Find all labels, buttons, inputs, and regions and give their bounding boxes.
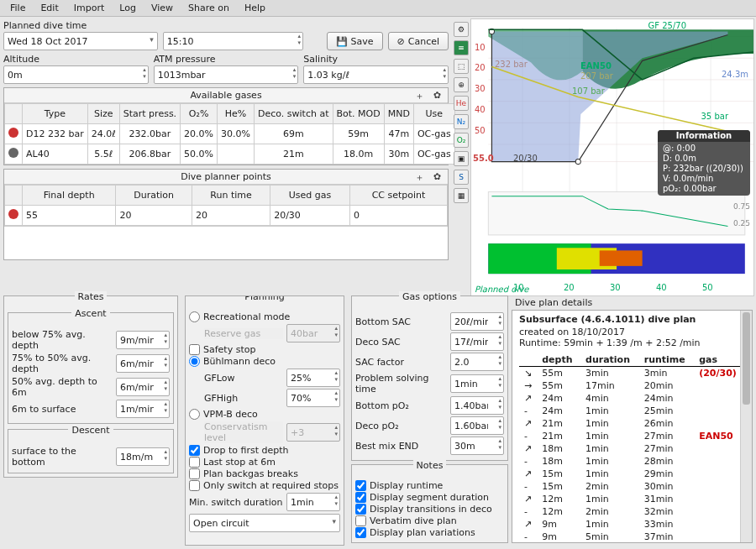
tool-settings[interactable]: ⚙: [454, 22, 469, 37]
bottom-po2-input[interactable]: [450, 396, 504, 415]
rates-group: Rates Ascent below 75% avg. depth 75% to…: [3, 295, 178, 478]
bar35-label: 35 bar: [701, 112, 729, 121]
tool-he[interactable]: He: [454, 96, 469, 111]
points-add-icon[interactable]: ＋: [415, 171, 424, 184]
points-row-0[interactable]: 55 20 20 20/30 0: [5, 206, 448, 226]
tool-s[interactable]: S: [454, 170, 469, 185]
save-icon: 💾: [336, 36, 348, 47]
last-stop-6m-checkbox[interactable]: [189, 457, 200, 468]
date-input[interactable]: [3, 32, 158, 50]
circuit-select[interactable]: [189, 514, 340, 532]
reserve-gas-input: [286, 324, 340, 342]
dive-plan-details[interactable]: Subsurface (4.6.4.1011) dive plan create…: [512, 310, 753, 543]
sac-factor-input[interactable]: [450, 353, 504, 371]
tool-scale[interactable]: ⊕: [454, 77, 469, 92]
gas-col-start[interactable]: Start press.: [119, 104, 180, 124]
gas-col-o2[interactable]: O₂%: [181, 104, 218, 124]
gas-row-0[interactable]: D12 232 bar 24.0ℓ 232.0bar 20.0% 30.0% 6…: [5, 124, 455, 144]
rate-surf-bottom-input[interactable]: [116, 447, 170, 466]
dive-profile-chart[interactable]: 10 20 30 40 50 55.0 10 20 30 40 50 GF 25…: [470, 18, 754, 296]
sac-factor-label: SAC factor: [355, 357, 447, 368]
tool-ruler[interactable]: ⬚: [454, 59, 469, 74]
gas-col-type[interactable]: Type: [23, 104, 88, 124]
menu-edit[interactable]: Edit: [34, 1, 65, 15]
deco-po2-input[interactable]: [450, 416, 504, 435]
gas-col-mod[interactable]: Bot. MOD: [333, 104, 384, 124]
notes-group: Notes Display runtime Display segment du…: [351, 464, 508, 543]
menu-log[interactable]: Log: [113, 1, 143, 15]
gfhigh-label: GFHigh: [204, 393, 283, 404]
recreational-radio[interactable]: [189, 311, 200, 322]
only-switch-checkbox[interactable]: [189, 480, 200, 491]
plan-row: -18m1min28min: [519, 455, 745, 468]
bottom-sac-input[interactable]: [450, 312, 504, 331]
buhlmann-radio[interactable]: [189, 356, 200, 367]
menu-import[interactable]: Import: [67, 1, 112, 15]
gas-col-mnd[interactable]: MND: [384, 104, 413, 124]
details-scrollbar[interactable]: [740, 311, 752, 542]
points-col-cc[interactable]: CC setpoint: [349, 186, 447, 206]
best-mix-end-input[interactable]: [450, 437, 504, 455]
gas-col-icon[interactable]: [5, 104, 23, 124]
tool-n2[interactable]: N₂: [454, 114, 469, 129]
points-gear-icon[interactable]: ✿: [433, 171, 441, 182]
gases-add-icon[interactable]: ＋: [415, 90, 424, 102]
gflow-input[interactable]: [286, 369, 340, 387]
safety-stop-checkbox[interactable]: [189, 344, 200, 355]
rate-below75-input[interactable]: [116, 331, 170, 349]
rate-75to50-input[interactable]: [116, 354, 170, 373]
ytick: 40: [475, 105, 486, 114]
plan-backgas-checkbox[interactable]: [189, 468, 200, 479]
descent-title: Descent: [68, 425, 113, 436]
plan-heading: Subsurface (4.6.4.1011) dive plan: [519, 314, 745, 325]
cancel-button[interactable]: ⊘Cancel: [388, 32, 449, 50]
ean-label: EAN50: [580, 61, 612, 71]
gas-col-switch[interactable]: Deco. switch at: [255, 104, 333, 124]
salinity-input[interactable]: [303, 65, 449, 84]
tool-heatmap[interactable]: ▦: [454, 188, 469, 203]
cylinder-icon: [8, 128, 18, 138]
points-col-gas[interactable]: Used gas: [270, 186, 350, 206]
altitude-input[interactable]: [3, 65, 149, 84]
points-col-dur[interactable]: Duration: [116, 186, 192, 206]
menu-help[interactable]: Help: [238, 1, 272, 15]
gas-col-he[interactable]: He%: [218, 104, 255, 124]
menu-view[interactable]: View: [144, 1, 180, 15]
dive-planner-points-panel: Dive planner points ＋ ✿ Final depth Dura…: [3, 169, 449, 260]
min-switch-input[interactable]: [286, 493, 340, 511]
points-col-run[interactable]: Run time: [192, 186, 270, 206]
verbatim-plan-checkbox[interactable]: [355, 515, 366, 526]
min-switch-label: Min. switch duration: [189, 497, 283, 508]
tool-o2[interactable]: O₂: [454, 133, 469, 148]
display-variations-checkbox[interactable]: [355, 527, 366, 538]
tool-profile[interactable]: ≡: [454, 40, 469, 55]
tool-photo[interactable]: ▣: [454, 151, 469, 166]
gflow-label: GFLow: [204, 373, 283, 384]
deco-sac-input[interactable]: [450, 332, 504, 351]
atm-input[interactable]: [154, 65, 299, 84]
display-segment-checkbox[interactable]: [355, 492, 366, 503]
menu-file[interactable]: File: [3, 1, 32, 15]
gfhigh-input[interactable]: [286, 389, 340, 407]
problem-solving-input[interactable]: [450, 374, 504, 393]
points-col-depth[interactable]: Final depth: [23, 186, 116, 206]
bottom-sac-label: Bottom SAC: [355, 316, 447, 327]
ytick: 20: [475, 63, 486, 72]
save-button[interactable]: 💾Save: [327, 32, 383, 50]
drop-first-depth-checkbox[interactable]: [189, 445, 200, 456]
plan-row: ↘55m3min3min(20/30): [519, 367, 745, 380]
time-input[interactable]: [163, 32, 303, 50]
svg-rect-15: [488, 192, 744, 235]
gas-col-use[interactable]: Use: [413, 104, 454, 124]
menu-share[interactable]: Share on: [181, 1, 236, 15]
plan-row: ↗12m1min31min: [519, 493, 745, 505]
gas-row-1[interactable]: AL40 5.5ℓ 206.8bar 50.0% 21m 18.0m 30m O…: [5, 144, 455, 165]
display-transitions-checkbox[interactable]: [355, 504, 366, 515]
rate-50to6-input[interactable]: [116, 378, 170, 396]
gas-col-size[interactable]: Size: [87, 104, 119, 124]
gases-gear-icon[interactable]: ✿: [433, 90, 441, 101]
display-runtime-checkbox[interactable]: [355, 480, 366, 491]
vpmb-radio[interactable]: [189, 409, 200, 420]
svg-rect-19: [600, 250, 643, 265]
rate-6surf-input[interactable]: [116, 400, 170, 418]
